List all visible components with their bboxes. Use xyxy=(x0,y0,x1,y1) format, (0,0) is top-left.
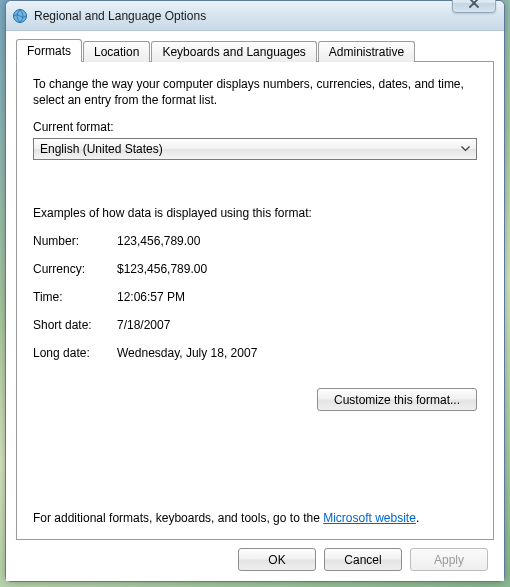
tab-strip: Formats Location Keyboards and Languages… xyxy=(16,39,494,61)
microsoft-website-link[interactable]: Microsoft website xyxy=(323,511,416,525)
longdate-value: Wednesday, July 18, 2007 xyxy=(117,346,477,360)
shortdate-label: Short date: xyxy=(33,318,117,332)
format-description: To change the way your computer displays… xyxy=(33,76,477,108)
globe-icon xyxy=(12,8,28,24)
tab-administrative[interactable]: Administrative xyxy=(318,41,415,62)
current-format-combobox[interactable]: English (United States) xyxy=(33,138,477,160)
ok-button[interactable]: OK xyxy=(238,548,316,571)
example-row-shortdate: Short date: 7/18/2007 xyxy=(33,318,477,332)
longdate-label: Long date: xyxy=(33,346,117,360)
client-area: Formats Location Keyboards and Languages… xyxy=(6,31,504,581)
tab-panel-formats: To change the way your computer displays… xyxy=(16,61,494,540)
footer-text: For additional formats, keyboards, and t… xyxy=(33,491,477,525)
tab-keyboards-languages[interactable]: Keyboards and Languages xyxy=(151,41,316,62)
example-row-longdate: Long date: Wednesday, July 18, 2007 xyxy=(33,346,477,360)
dialog-window: Regional and Language Options Formats Lo… xyxy=(5,0,505,582)
cancel-button[interactable]: Cancel xyxy=(324,548,402,571)
footer-suffix: . xyxy=(416,511,419,525)
apply-button[interactable]: Apply xyxy=(410,548,488,571)
examples-heading: Examples of how data is displayed using … xyxy=(33,206,477,220)
close-button[interactable] xyxy=(452,0,496,13)
close-icon xyxy=(468,0,480,8)
time-label: Time: xyxy=(33,290,117,304)
tab-location[interactable]: Location xyxy=(83,41,150,62)
titlebar: Regional and Language Options xyxy=(6,1,504,31)
chevron-down-icon xyxy=(457,139,474,159)
window-title: Regional and Language Options xyxy=(34,9,206,23)
current-format-value: English (United States) xyxy=(40,142,457,156)
currency-label: Currency: xyxy=(33,262,117,276)
example-row-number: Number: 123,456,789.00 xyxy=(33,234,477,248)
number-value: 123,456,789.00 xyxy=(117,234,477,248)
example-row-time: Time: 12:06:57 PM xyxy=(33,290,477,304)
example-row-currency: Currency: $123,456,789.00 xyxy=(33,262,477,276)
current-format-label: Current format: xyxy=(33,120,477,134)
customize-format-button[interactable]: Customize this format... xyxy=(317,388,477,411)
footer-prefix: For additional formats, keyboards, and t… xyxy=(33,511,323,525)
tab-formats[interactable]: Formats xyxy=(16,39,82,62)
dialog-button-row: OK Cancel Apply xyxy=(16,540,494,571)
currency-value: $123,456,789.00 xyxy=(117,262,477,276)
number-label: Number: xyxy=(33,234,117,248)
shortdate-value: 7/18/2007 xyxy=(117,318,477,332)
time-value: 12:06:57 PM xyxy=(117,290,477,304)
